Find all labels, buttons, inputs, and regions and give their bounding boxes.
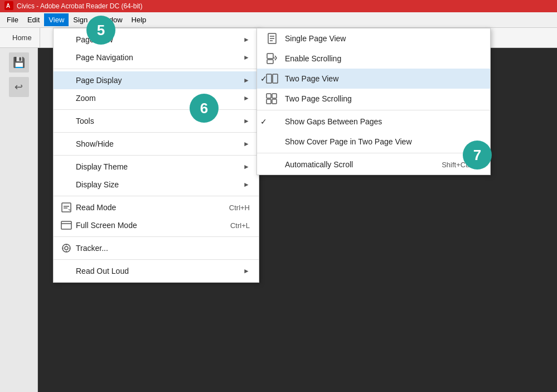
submenu-two-page-view[interactable]: ✓ Two Page View: [257, 69, 490, 89]
svg-point-5: [65, 246, 68, 250]
svg-rect-7: [267, 54, 273, 59]
menu-item-tools[interactable]: Tools ►: [54, 112, 259, 130]
menu-section-3: Tools ►: [54, 109, 259, 132]
menu-section-8: Read Out Loud ►: [54, 259, 259, 282]
two-page-icon: [265, 71, 279, 86]
title-bar-icon: A: [4, 1, 13, 12]
home-tab[interactable]: Home: [4, 28, 40, 47]
enable-scroll-icon: [265, 51, 279, 66]
menu-file[interactable]: File: [2, 13, 23, 26]
show-gaps-check: ✓: [260, 117, 267, 126]
menu-section-4: Show/Hide ►: [54, 132, 259, 155]
badge-5: 5: [86, 16, 115, 45]
menu-item-display-theme[interactable]: Display Theme ►: [54, 158, 259, 176]
two-page-scroll-icon: [265, 91, 279, 106]
submenu-auto-scroll[interactable]: Automatically Scroll Shift+Ctrl+H: [257, 154, 490, 175]
menu-section-6: Read Mode Ctrl+H Full Screen Mode Ctrl+L: [54, 196, 259, 236]
menu-section-2: Page Display ► Zoom ►: [54, 69, 259, 109]
title-bar-text: Civics - Adobe Acrobat Reader DC (64-bit…: [17, 2, 142, 10]
menu-item-display-size[interactable]: Display Size ►: [54, 176, 259, 193]
menu-item-page-display[interactable]: Page Display ►: [54, 71, 259, 89]
menu-view[interactable]: View: [44, 13, 69, 26]
menu-edit[interactable]: Edit: [23, 13, 44, 26]
read-mode-icon: [60, 201, 72, 214]
menu-item-page-navigation[interactable]: Page Navigation ►: [54, 49, 259, 66]
menu-item-zoom[interactable]: Zoom ►: [54, 89, 259, 107]
submenu-two-page-scrolling[interactable]: Two Page Scrolling: [257, 89, 490, 109]
menu-section-1: Page View ► Page Navigation ►: [54, 28, 259, 69]
menu-section-5: Display Theme ► Display Size ►: [54, 155, 259, 196]
svg-rect-13: [267, 99, 271, 104]
svg-rect-9: [267, 74, 272, 83]
svg-rect-14: [272, 99, 277, 104]
title-bar: A Civics - Adobe Acrobat Reader DC (64-b…: [0, 0, 557, 12]
menu-item-fullscreen[interactable]: Full Screen Mode Ctrl+L: [54, 216, 259, 234]
submenu-show-gaps[interactable]: ✓ Show Gaps Between Pages: [257, 112, 490, 132]
submenu-show-cover[interactable]: Show Cover Page in Two Page View: [257, 132, 490, 152]
menu-item-read-out-loud[interactable]: Read Out Loud ►: [54, 262, 259, 280]
page-display-submenu: Single Page View Enable Scrolling ✓ Two …: [256, 28, 491, 175]
menu-section-7: Tracker...: [54, 236, 259, 259]
svg-rect-12: [272, 94, 277, 98]
svg-point-4: [62, 244, 70, 252]
badge-7: 7: [463, 141, 492, 170]
single-page-icon: [265, 31, 279, 46]
save-icon[interactable]: 💾: [9, 52, 29, 72]
menu-item-page-view[interactable]: Page View ►: [54, 31, 259, 49]
fullscreen-icon: [60, 219, 72, 231]
submenu-single-page[interactable]: Single Page View: [257, 28, 490, 49]
menu-item-read-mode[interactable]: Read Mode Ctrl+H: [54, 199, 259, 216]
submenu-enable-scrolling[interactable]: Enable Scrolling: [257, 49, 490, 69]
left-sidebar: 💾 ↩: [0, 48, 38, 392]
svg-rect-3: [61, 221, 71, 229]
menu-item-tracker[interactable]: Tracker...: [54, 239, 259, 257]
menu-help[interactable]: Help: [127, 13, 151, 26]
view-dropdown-menu: Page View ► Page Navigation ► Page Displ…: [53, 28, 259, 283]
svg-rect-10: [273, 74, 278, 83]
menu-bar: File Edit View Sign Window Help: [0, 12, 557, 28]
nav-icon[interactable]: ↩: [9, 77, 29, 97]
badge-6: 6: [190, 94, 219, 123]
svg-rect-8: [267, 60, 273, 64]
svg-rect-11: [267, 94, 271, 98]
menu-item-show-hide[interactable]: Show/Hide ►: [54, 135, 259, 153]
submenu-divider-2: [257, 153, 490, 153]
submenu-divider-1: [257, 110, 490, 110]
tracker-icon: [60, 242, 72, 254]
svg-text:A: A: [6, 3, 10, 9]
